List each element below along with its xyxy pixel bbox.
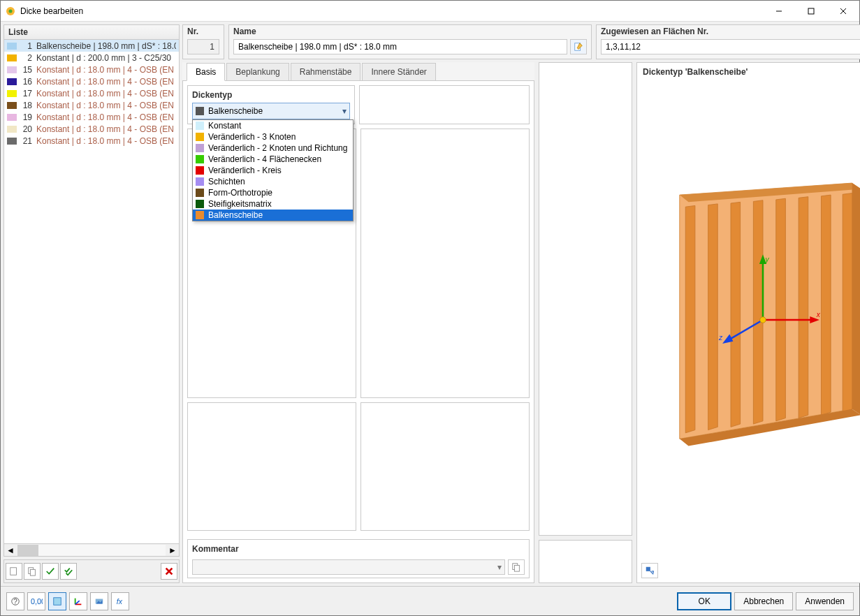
- option-label: Steifigkeitsmatrix: [208, 199, 272, 209]
- tab-innere-staender[interactable]: Innere Ständer: [362, 63, 435, 80]
- list-item[interactable]: 20 Konstant | d : 18.0 mm | 4 - OSB (EN …: [4, 123, 179, 135]
- option-label: Veränderlich - Kreis: [208, 166, 282, 175]
- copy-button[interactable]: [24, 563, 41, 580]
- list-item[interactable]: 1 Balkenscheibe | 198.0 mm | dS* : 18.0 …: [4, 40, 179, 52]
- svg-text:?: ?: [13, 596, 17, 605]
- number-group: Nr. 1: [182, 24, 224, 59]
- ok-button[interactable]: OK: [677, 592, 731, 610]
- list-item-text: Konstant | d : 18.0 mm | 4 - OSB (EN 300…: [36, 136, 176, 146]
- dropdown-option[interactable]: Balkenscheibe: [193, 210, 353, 221]
- svg-text:x: x: [816, 311, 821, 318]
- empty-panel-bottom-right: [360, 402, 530, 531]
- option-label: Form-Orthotropie: [208, 188, 272, 198]
- name-group: Name Balkenscheibe | 198.0 mm | dS* : 18…: [228, 24, 592, 59]
- delete-button[interactable]: [161, 563, 177, 580]
- scroll-track[interactable]: [17, 545, 166, 556]
- svg-marker-23: [821, 195, 831, 415]
- assigned-group: Zugewiesen an Flächen Nr. 1,3,11,12: [596, 24, 860, 59]
- dropdown-option[interactable]: Konstant: [193, 120, 353, 131]
- list-item[interactable]: 18 Konstant | d : 18.0 mm | 4 - OSB (EN …: [4, 99, 179, 111]
- svg-marker-18: [708, 204, 718, 430]
- units-button[interactable]: 0,00: [27, 592, 45, 610]
- option-label: Konstant: [208, 121, 241, 131]
- color-swatch: [7, 138, 17, 145]
- svg-rect-3: [808, 8, 814, 14]
- chevron-down-icon: ▾: [342, 106, 347, 116]
- list-item-number: 21: [20, 136, 32, 146]
- svg-marker-21: [776, 198, 786, 421]
- option-swatch: [196, 144, 204, 152]
- preview-illustration: y x z: [637, 159, 860, 481]
- assigned-field[interactable]: 1,3,11,12: [601, 39, 860, 54]
- list-item-number: 18: [20, 101, 32, 110]
- dropdown-option[interactable]: Veränderlich - 3 Knoten: [193, 131, 353, 142]
- dropdown-option[interactable]: Schichten: [193, 176, 353, 187]
- comment-combo[interactable]: ▾: [192, 559, 505, 575]
- number-field[interactable]: 1: [187, 39, 219, 54]
- list-item[interactable]: 15 Konstant | d : 18.0 mm | 4 - OSB (EN …: [4, 64, 179, 75]
- color-swatch: [7, 78, 17, 85]
- horizontal-scrollbar[interactable]: ◄ ►: [4, 543, 179, 556]
- svg-text:0,00: 0,00: [31, 596, 43, 605]
- check-button[interactable]: [42, 563, 59, 580]
- minimize-button[interactable]: [763, 1, 795, 22]
- close-button[interactable]: [827, 1, 859, 22]
- list-item[interactable]: 21 Konstant | d : 18.0 mm | 4 - OSB (EN …: [4, 135, 179, 147]
- list-item-text: Balkenscheibe | 198.0 mm | dS* : 18.0 mm: [36, 41, 176, 51]
- thickness-list[interactable]: 1 Balkenscheibe | 198.0 mm | dS* : 18.0 …: [4, 40, 179, 543]
- svg-point-1: [9, 9, 13, 13]
- dropdown-option[interactable]: Steifigkeitsmatrix: [193, 198, 353, 210]
- list-item-number: 16: [20, 77, 32, 87]
- option-swatch: [196, 211, 204, 219]
- empty-panel-mid-right: [360, 129, 530, 398]
- thickness-type-combo[interactable]: Balkenscheibe ▾ Konstant Veränderlich - …: [192, 103, 350, 119]
- svg-point-35: [760, 317, 766, 323]
- option-swatch: [196, 122, 204, 130]
- scroll-thumb[interactable]: [17, 545, 38, 556]
- tab-beplankung[interactable]: Beplankung: [226, 63, 289, 80]
- help-button[interactable]: ?: [6, 592, 24, 610]
- dropdown-option[interactable]: Veränderlich - 2 Knoten und Richtung: [193, 142, 353, 154]
- thickness-type-dropdown[interactable]: Konstant Veränderlich - 3 Knoten Verände…: [192, 119, 354, 221]
- preview-settings-button[interactable]: [641, 563, 658, 578]
- apply-button[interactable]: Anwenden: [796, 592, 854, 610]
- option-swatch: [196, 200, 204, 208]
- option-swatch: [196, 189, 204, 197]
- cancel-button[interactable]: Abbrechen: [734, 592, 793, 610]
- list-item[interactable]: 2 Konstant | d : 200.0 mm | 3 - C25/30: [4, 52, 179, 64]
- list-item[interactable]: 17 Konstant | d : 18.0 mm | 4 - OSB (EN …: [4, 87, 179, 99]
- titlebar: Dicke bearbeiten: [1, 1, 859, 22]
- tab-basis[interactable]: Basis: [187, 63, 225, 81]
- axes-toggle-button[interactable]: [69, 592, 87, 610]
- preview-3d[interactable]: y x z: [637, 81, 860, 559]
- svg-marker-24: [843, 193, 852, 412]
- surface-select-button[interactable]: [48, 592, 66, 610]
- svg-marker-19: [731, 202, 741, 427]
- list-item-text: Konstant | d : 18.0 mm | 4 - OSB (EN 300…: [36, 112, 176, 122]
- list-item-text: Konstant | d : 18.0 mm | 4 - OSB (EN 300…: [36, 77, 176, 87]
- option-label: Balkenscheibe: [208, 210, 263, 220]
- function-button[interactable]: fx: [111, 592, 129, 610]
- scroll-left-icon[interactable]: ◄: [4, 545, 17, 555]
- svg-rect-36: [646, 567, 650, 571]
- svg-rect-6: [10, 568, 17, 575]
- check-all-button[interactable]: [60, 563, 77, 580]
- dropdown-option[interactable]: Veränderlich - Kreis: [193, 165, 353, 176]
- maximize-button[interactable]: [795, 1, 827, 22]
- edit-name-button[interactable]: [570, 39, 587, 54]
- list-item[interactable]: 19 Konstant | d : 18.0 mm | 4 - OSB (EN …: [4, 111, 179, 123]
- list-item[interactable]: 16 Konstant | d : 18.0 mm | 4 - OSB (EN …: [4, 75, 179, 87]
- preview-export-button[interactable]: [90, 592, 108, 610]
- empty-panel-narrow-bottom: [539, 540, 632, 583]
- dropdown-option[interactable]: Form-Orthotropie: [193, 187, 353, 198]
- name-field[interactable]: Balkenscheibe | 198.0 mm | dS* : 18.0 mm: [233, 39, 567, 54]
- option-swatch: [196, 166, 204, 175]
- color-swatch: [7, 43, 17, 50]
- tab-rahmenstaebe[interactable]: Rahmenstäbe: [291, 63, 361, 80]
- dropdown-option[interactable]: Veränderlich - 4 Flächenecken: [193, 154, 353, 165]
- option-label: Veränderlich - 4 Flächenecken: [208, 154, 321, 164]
- color-swatch: [7, 114, 17, 121]
- comment-library-button[interactable]: [508, 559, 525, 575]
- scroll-right-icon[interactable]: ►: [166, 545, 179, 555]
- new-button[interactable]: [6, 563, 22, 580]
